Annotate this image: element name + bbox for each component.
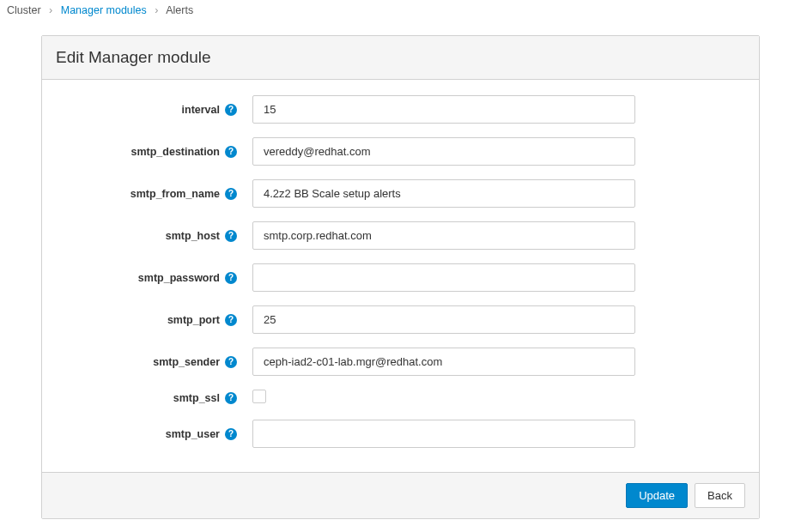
input-smtp-password[interactable] <box>252 263 635 292</box>
input-smtp-user[interactable] <box>252 420 635 448</box>
checkbox-smtp-ssl[interactable] <box>252 390 266 403</box>
label-smtp-host: smtp_host <box>166 230 220 242</box>
row-smtp-from-name: smtp_from_name ? <box>76 179 725 208</box>
row-smtp-ssl: smtp_ssl ? <box>76 390 725 406</box>
help-icon[interactable]: ? <box>225 272 237 284</box>
chevron-right-icon: › <box>155 4 158 16</box>
back-button[interactable]: Back <box>695 483 745 508</box>
input-smtp-port[interactable] <box>252 305 635 334</box>
row-smtp-destination: smtp_destination ? <box>76 137 725 166</box>
input-smtp-from-name[interactable] <box>252 179 635 208</box>
row-smtp-sender: smtp_sender ? <box>76 348 725 376</box>
row-smtp-user: smtp_user ? <box>76 420 725 448</box>
update-button[interactable]: Update <box>626 483 688 508</box>
breadcrumb-cluster: Cluster <box>7 4 41 16</box>
label-smtp-user: smtp_user <box>166 428 220 440</box>
help-icon[interactable]: ? <box>225 104 237 116</box>
input-smtp-sender[interactable] <box>252 348 635 376</box>
label-smtp-sender: smtp_sender <box>153 356 220 368</box>
help-icon[interactable]: ? <box>225 314 237 326</box>
breadcrumb-alerts: Alerts <box>166 4 193 16</box>
edit-module-panel: Edit Manager module interval ? smtp_dest… <box>41 35 760 519</box>
row-smtp-password: smtp_password ? <box>76 263 725 292</box>
help-icon[interactable]: ? <box>225 428 237 440</box>
help-icon[interactable]: ? <box>225 356 237 368</box>
row-smtp-port: smtp_port ? <box>76 305 725 334</box>
label-smtp-port: smtp_port <box>167 314 220 326</box>
breadcrumb: Cluster › Manager modules › Alerts <box>0 0 801 27</box>
label-smtp-password: smtp_password <box>138 272 220 284</box>
input-smtp-destination[interactable] <box>252 137 635 166</box>
chevron-right-icon: › <box>49 4 52 16</box>
form-body: interval ? smtp_destination ? smtp_from_… <box>42 80 759 472</box>
row-interval: interval ? <box>76 95 725 124</box>
input-interval[interactable] <box>252 95 635 124</box>
help-icon[interactable]: ? <box>225 146 237 158</box>
help-icon[interactable]: ? <box>225 230 237 242</box>
help-icon[interactable]: ? <box>225 392 237 404</box>
panel-title: Edit Manager module <box>42 36 759 80</box>
label-interval: interval <box>182 104 220 116</box>
row-smtp-host: smtp_host ? <box>76 221 725 250</box>
label-smtp-from-name: smtp_from_name <box>130 188 220 200</box>
label-smtp-destination: smtp_destination <box>131 146 221 158</box>
help-icon[interactable]: ? <box>225 188 237 200</box>
input-smtp-host[interactable] <box>252 221 635 250</box>
label-smtp-ssl: smtp_ssl <box>173 392 220 404</box>
breadcrumb-manager-modules[interactable]: Manager modules <box>61 4 147 16</box>
panel-footer: Update Back <box>42 472 759 518</box>
